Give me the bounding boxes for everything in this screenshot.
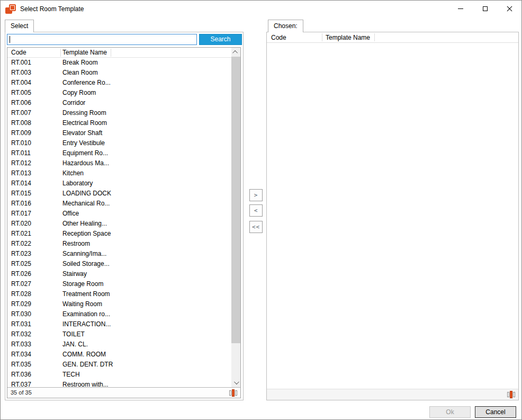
cell-template-name: Kitchen: [62, 168, 230, 178]
window-controls: [448, 1, 521, 17]
cell-template-name: Clean Room: [62, 68, 230, 78]
column-header-template-name[interactable]: Template Name: [62, 48, 109, 58]
cancel-button[interactable]: Cancel: [475, 406, 516, 418]
scrollbar-down-button[interactable]: [231, 378, 240, 387]
table-row[interactable]: RT.036 TECH: [7, 370, 231, 380]
table-row[interactable]: RT.003 Clean Room: [7, 68, 231, 78]
cell-template-name: Entry Vestibule: [62, 138, 230, 148]
chosen-table-header: Code Template Name: [267, 32, 518, 43]
table-row[interactable]: RT.007 Dressing Room: [7, 108, 231, 118]
window-title: Select Room Template: [20, 5, 84, 13]
table-row[interactable]: RT.012 Hazardous Ma...: [7, 158, 231, 168]
table-row[interactable]: RT.009 Elevator Shaft: [7, 128, 231, 138]
table-row[interactable]: RT.005 Copy Room: [7, 88, 231, 98]
cell-code: RT.015: [11, 189, 60, 199]
table-row[interactable]: RT.022 Restroom: [7, 239, 231, 249]
move-right-button[interactable]: >: [249, 189, 263, 201]
table-row[interactable]: RT.035 GEN. DENT. DTR: [7, 360, 231, 370]
column-divider: [322, 33, 322, 41]
table-row[interactable]: RT.015 LOADING DOCK: [7, 189, 231, 199]
column-header-code[interactable]: Code: [11, 48, 59, 58]
cell-template-name: Office: [62, 209, 230, 219]
table-row[interactable]: RT.006 Corridor: [7, 98, 231, 108]
cell-template-name: Storage Room: [62, 279, 230, 289]
tab-chosen[interactable]: Chosen:: [268, 20, 303, 32]
vertical-scrollbar[interactable]: [231, 48, 240, 387]
table-row[interactable]: RT.017 Office: [7, 209, 231, 219]
table-row[interactable]: RT.020 Other Healing...: [7, 219, 231, 229]
table-row[interactable]: RT.030 Examination ro...: [7, 309, 231, 319]
table-row[interactable]: RT.025 Soiled Storage...: [7, 259, 231, 269]
column-chooser-icon[interactable]: [229, 389, 238, 397]
cell-code: RT.008: [11, 118, 60, 128]
table-row[interactable]: RT.008 Electrical Room: [7, 118, 231, 128]
cell-code: RT.012: [11, 158, 60, 168]
table-row[interactable]: RT.021 Reception Space: [7, 229, 231, 239]
column-divider: [60, 49, 61, 57]
cell-code: RT.026: [11, 269, 60, 279]
table-row[interactable]: RT.037 Restroom with...: [7, 380, 231, 387]
cell-code: RT.021: [11, 229, 60, 239]
minimize-button[interactable]: [448, 1, 473, 17]
cell-template-name: Stairway: [62, 269, 230, 279]
select-panel: Search Code Template Name RT.001 Break R…: [5, 32, 244, 400]
search-input[interactable]: [7, 34, 196, 44]
cell-template-name: Other Healing...: [62, 219, 230, 229]
table-row[interactable]: RT.032 TOILET: [7, 329, 231, 339]
search-button[interactable]: Search: [199, 34, 242, 45]
tab-select[interactable]: Select: [5, 20, 34, 32]
table-row[interactable]: RT.027 Storage Room: [7, 279, 231, 289]
cell-template-name: COMM. ROOM: [62, 350, 230, 360]
maximize-button[interactable]: [473, 1, 497, 17]
table-row[interactable]: RT.028 Treatment Room: [7, 289, 231, 299]
cell-code: RT.004: [11, 78, 60, 88]
table-row[interactable]: RT.001 Break Room: [7, 58, 231, 68]
select-room-template-dialog: Select Room Template Select Chosen: Sear…: [0, 0, 522, 420]
templates-status-bar: 35 of 35: [7, 387, 240, 398]
move-all-left-button[interactable]: <<: [249, 221, 263, 233]
column-header-template-name[interactable]: Template Name: [326, 32, 370, 43]
cell-code: RT.013: [11, 168, 60, 178]
table-row[interactable]: RT.004 Conference Ro...: [7, 78, 231, 88]
cell-code: RT.033: [11, 339, 60, 350]
cell-code: RT.027: [11, 279, 60, 289]
cell-code: RT.029: [11, 299, 60, 309]
cell-template-name: TOILET: [62, 329, 230, 339]
cell-template-name: Laboratory: [62, 178, 230, 189]
scrollbar-thumb[interactable]: [231, 57, 240, 343]
cell-code: RT.032: [11, 329, 60, 339]
cell-template-name: Mechanical Ro...: [62, 199, 230, 209]
maximize-icon: [483, 6, 488, 11]
cell-code: RT.025: [11, 259, 60, 269]
table-row[interactable]: RT.034 COMM. ROOM: [7, 350, 231, 360]
column-chooser-icon[interactable]: [507, 391, 516, 398]
ok-button[interactable]: Ok: [429, 406, 471, 418]
title-bar: Select Room Template: [1, 1, 521, 17]
cell-code: RT.011: [11, 148, 60, 158]
close-button[interactable]: [497, 1, 521, 17]
table-row[interactable]: RT.029 Waiting Room: [7, 299, 231, 309]
cell-code: RT.005: [11, 88, 60, 98]
table-row[interactable]: RT.026 Stairway: [7, 269, 231, 279]
cell-code: RT.034: [11, 350, 60, 360]
table-row[interactable]: RT.014 Laboratory: [7, 178, 231, 189]
table-row[interactable]: RT.013 Kitchen: [7, 168, 231, 178]
move-left-button[interactable]: <: [249, 204, 263, 217]
cell-code: RT.030: [11, 309, 60, 319]
column-bar: [229, 390, 231, 396]
table-row[interactable]: RT.023 Scanning/Ima...: [7, 249, 231, 259]
chevron-up-icon: [232, 50, 238, 56]
table-row[interactable]: RT.031 INTERACTION...: [7, 319, 231, 329]
table-row[interactable]: RT.033 JAN. CL.: [7, 339, 231, 350]
cell-code: RT.007: [11, 108, 60, 118]
cell-template-name: Reception Space: [62, 229, 230, 239]
table-row[interactable]: RT.016 Mechanical Ro...: [7, 199, 231, 209]
scrollbar-up-button[interactable]: [231, 48, 240, 57]
table-row[interactable]: RT.010 Entry Vestibule: [7, 138, 231, 148]
cell-code: RT.009: [11, 128, 60, 138]
cell-code: RT.037: [11, 380, 60, 387]
column-header-code[interactable]: Code: [271, 32, 286, 43]
app-icon: [5, 4, 16, 14]
cell-code: RT.023: [11, 249, 60, 259]
table-row[interactable]: RT.011 Equipment Ro...: [7, 148, 231, 158]
